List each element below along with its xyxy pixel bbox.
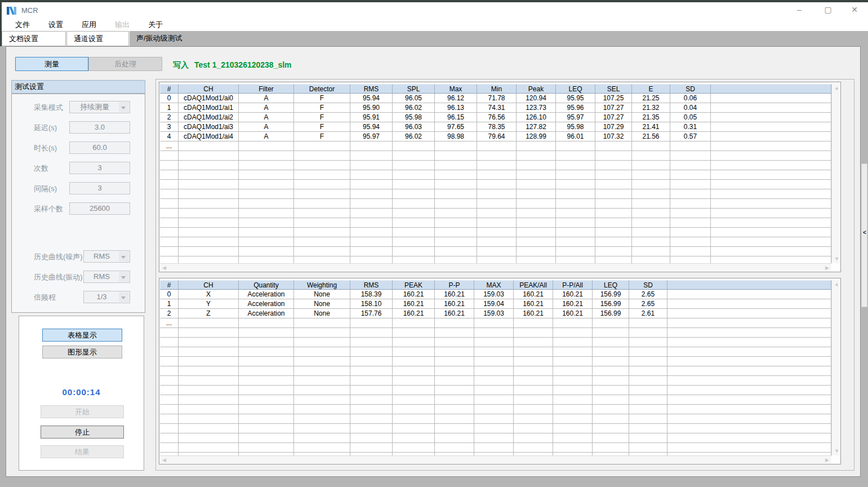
graph-display-button[interactable]: 图形显示	[42, 346, 122, 358]
table-cell	[474, 376, 514, 386]
input-field[interactable]: 60.0	[69, 141, 130, 154]
table-display-button[interactable]: 表格显示	[42, 329, 122, 342]
input-field[interactable]: 3	[69, 182, 130, 194]
scroll-right-icon[interactable]: ▶	[825, 458, 829, 463]
table-ellipsis-row[interactable]: ...	[160, 318, 831, 328]
scroll-left-icon[interactable]: ◀	[162, 458, 166, 463]
table-empty-row[interactable]	[160, 424, 831, 433]
collapse-panel-icon[interactable]: <	[862, 229, 867, 236]
postprocess-button[interactable]: 后处理	[88, 57, 162, 71]
select-field[interactable]: RMS	[83, 250, 130, 263]
table-empty-row[interactable]	[160, 347, 831, 357]
horizontal-scrollbar[interactable]: ◀ ▶	[160, 455, 831, 463]
table-empty-row[interactable]	[160, 338, 831, 347]
select-field[interactable]: 持续测量	[69, 101, 130, 113]
table-row[interactable]: 0XAccelerationNone158.39160.21160.21159.…	[160, 290, 831, 299]
table-empty-row[interactable]	[160, 386, 831, 395]
table-empty-row[interactable]	[160, 395, 831, 405]
table-cell	[629, 318, 667, 328]
table-empty-row[interactable]	[160, 151, 831, 161]
table-cell: 95.94	[350, 122, 393, 132]
table-empty-row[interactable]	[160, 189, 831, 199]
table-empty-row[interactable]	[160, 433, 831, 443]
table-cell	[514, 395, 553, 405]
table-empty-row[interactable]	[160, 366, 831, 376]
table-cell	[593, 376, 629, 386]
table-cell	[517, 218, 556, 228]
table-empty-row[interactable]	[160, 218, 831, 228]
chevron-down-icon[interactable]	[119, 292, 129, 302]
close-button[interactable]: ✕	[846, 3, 863, 16]
table-empty-row[interactable]	[160, 405, 831, 414]
table-empty-row[interactable]	[160, 170, 831, 180]
tab-document-settings[interactable]: 文档设置	[2, 31, 66, 46]
table-row[interactable]: 4cDAQ1Mod1/ai4AF95.9796.0298.9879.64128.…	[160, 132, 831, 141]
table-row[interactable]: 1YAccelerationNone158.10160.21160.21159.…	[160, 299, 831, 309]
table-row[interactable]: 3cDAQ1Mod1/ai3AF95.9496.0397.6578.35127.…	[160, 122, 831, 132]
vertical-scrollbar[interactable]: ▲ ▼	[831, 84, 840, 263]
table-cell	[593, 395, 629, 405]
table-cell-filler	[667, 376, 831, 386]
horizontal-scrollbar[interactable]: ◀ ▶	[160, 263, 831, 271]
result-button[interactable]: 结果	[41, 445, 124, 458]
input-field[interactable]: 3.0	[69, 121, 130, 134]
scroll-down-icon[interactable]: ▼	[834, 256, 839, 262]
table-cell-filler	[667, 318, 831, 328]
table-cell: P-P	[435, 280, 474, 290]
table-cell	[393, 347, 435, 357]
table-empty-row[interactable]	[160, 237, 831, 247]
tab-sound-vibration-test[interactable]: 声/振动级测试	[131, 31, 196, 46]
table-cell	[632, 256, 670, 263]
table-empty-row[interactable]	[160, 443, 831, 453]
menu-item-enabled[interactable]: 设置	[42, 19, 70, 31]
table-empty-row[interactable]	[160, 328, 831, 338]
input-field[interactable]: 3	[69, 162, 130, 174]
table-cell	[179, 366, 239, 376]
table-cell	[477, 256, 517, 263]
select-field[interactable]: RMS	[83, 271, 130, 283]
table-empty-row[interactable]	[160, 376, 831, 386]
table-cell	[350, 366, 393, 376]
scroll-up-icon[interactable]: ▲	[834, 282, 839, 287]
start-button[interactable]: 开始	[41, 405, 124, 418]
chevron-down-icon[interactable]	[119, 102, 129, 112]
scroll-left-icon[interactable]: ◀	[162, 265, 166, 271]
maximize-button[interactable]: ▢	[820, 3, 836, 16]
table-row[interactable]: 0cDAQ1Mod1/ai0AF95.9496.0596.1271.78120.…	[160, 94, 831, 103]
table-row[interactable]: 1cDAQ1Mod1/ai1AF95.9096.0296.1374.31123.…	[160, 103, 831, 113]
table-empty-row[interactable]	[160, 228, 831, 237]
menu-item-enabled[interactable]: 应用	[75, 19, 103, 31]
table-empty-row[interactable]	[160, 199, 831, 209]
chevron-down-icon[interactable]	[119, 272, 129, 282]
stop-button[interactable]: 停止	[41, 426, 124, 439]
tab-channel-settings[interactable]: 通道设置	[66, 31, 129, 46]
input-field[interactable]: 25600	[69, 202, 130, 215]
vertical-scrollbar[interactable]: ▲ ▼	[831, 280, 840, 455]
menu-item-enabled[interactable]: 文件	[8, 19, 37, 31]
table-row[interactable]: 2cDAQ1Mod1/ai2AF95.9195.9896.1576.56126.…	[160, 113, 831, 122]
table-cell: SPL	[393, 84, 435, 94]
table-empty-row[interactable]	[160, 357, 831, 366]
table-row[interactable]: 2ZAccelerationNone157.76160.21160.21159.…	[160, 309, 831, 318]
table-empty-row[interactable]	[160, 209, 831, 218]
minimize-button[interactable]: –	[791, 3, 808, 16]
table-cell	[160, 151, 179, 161]
table-empty-row[interactable]	[160, 247, 831, 256]
table-empty-row[interactable]	[160, 161, 831, 170]
scroll-up-icon[interactable]: ▲	[834, 86, 839, 91]
table-cell-filler	[667, 280, 831, 290]
table-cell	[553, 424, 593, 433]
table-empty-row[interactable]	[160, 414, 831, 424]
menu-item-enabled[interactable]: 关于	[141, 19, 170, 31]
table-empty-row[interactable]	[160, 180, 831, 189]
measure-button[interactable]: 测量	[15, 57, 88, 71]
scroll-down-icon[interactable]: ▼	[834, 449, 839, 454]
table-ellipsis-row[interactable]: ...	[160, 141, 831, 151]
scroll-right-icon[interactable]: ▶	[825, 265, 829, 271]
select-field[interactable]: 1/3	[83, 291, 130, 303]
table-cell: 2	[160, 309, 179, 318]
table-cell: 78.35	[477, 122, 517, 132]
table-cell	[670, 151, 711, 161]
table-empty-row[interactable]	[160, 256, 831, 263]
chevron-down-icon[interactable]	[119, 251, 129, 262]
